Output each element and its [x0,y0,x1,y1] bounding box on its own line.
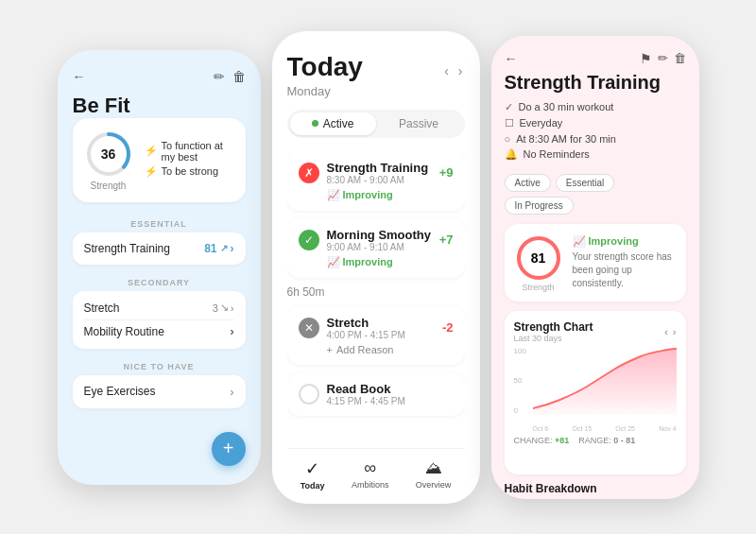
chevron-right-icon: › [231,302,234,314]
next-day-button[interactable]: › [456,61,465,80]
p3-score-circle: 81 [514,233,563,283]
p3-score-label: Strength [514,283,563,292]
secondary-label: SECONDARY [73,278,246,287]
p3-score-text: 📈 Improving Your strength score has been… [573,235,677,290]
p2-header: Today ‹ › [287,52,465,82]
trend-up-icon: ↗ [220,243,228,253]
tag-list: Active Essential In Progress [505,174,686,215]
p3-score-number: 81 [531,250,546,266]
chevron-right-icon: › [231,242,234,255]
checkmark-icon: ✓ [505,101,513,113]
chart-prev-button[interactable]: ‹ [664,326,668,337]
check-incomplete-icon: ✗ [299,163,319,183]
secondary-habit-mobility[interactable]: Mobility Routine › [84,320,234,343]
score-card: 36 Strength ⚡ To function at my best ⚡ T… [73,118,246,202]
score-circle: 36 [84,129,133,179]
p3-header: ← ⚑ ✏ 🗑 [505,51,686,66]
check-empty-icon [299,384,319,405]
active-dot [312,120,318,127]
chart-section: Strength Chart Last 30 days ‹ › 100 50 0 [505,311,686,474]
score-number: 36 [101,146,116,162]
essential-label: ESSENTIAL [73,219,246,229]
chevron-right-icon: › [231,325,234,338]
prev-day-button[interactable]: ‹ [442,61,451,80]
edit-icon[interactable]: ✏ [658,51,668,66]
calendar-icon: ☐ [505,117,514,129]
nav-today[interactable]: ✓ Today [301,458,325,491]
habit-breakdown-title: Habit Breakdown [505,474,686,499]
bolt-icon-1: ⚡ [145,145,158,157]
add-reason-button[interactable]: + Add Reason [327,344,454,355]
delete-icon[interactable]: 🗑 [232,69,246,84]
back-icon[interactable]: ← [505,51,518,66]
trend-down-icon: ↘ [220,301,229,314]
p3-score-section: 81 Strength 📈 Improving Your strength sc… [505,224,686,301]
page-title: Be Fit [73,94,246,118]
tag-active[interactable]: Active [505,174,551,192]
tag-in-progress[interactable]: In Progress [505,197,574,215]
add-button[interactable]: + [212,432,246,466]
score-label: Strength [84,181,133,191]
edit-icon[interactable]: ✏ [214,69,225,84]
clock-icon: ○ [505,133,511,145]
secondary-habit-stretch[interactable]: Stretch 3 ↘ › [84,297,234,320]
p3-title: Strength Training [505,72,686,94]
nice-habit-card[interactable]: Eye Exercises › [73,375,246,408]
checkmark-icon: ✓ [305,458,319,479]
bottom-nav: ✓ Today ∞ Ambitions ⛰ Overview [287,448,465,504]
essential-habit-card[interactable]: Strength Training 81 ↗ › [73,233,246,265]
tag-essential[interactable]: Essential [556,174,615,192]
habit-item-readbook[interactable]: Read Book 4:15 PM - 4:45 PM [287,372,465,416]
habit-item-smoothy[interactable]: ✓ Morning Smoothy 9:00 AM - 9:10 AM +7 📈… [287,218,465,278]
nice-label: NICE TO HAVE [73,362,246,371]
flag-icon[interactable]: ⚑ [640,51,652,66]
phone-strength: ← ⚑ ✏ 🗑 Strength Training ✓ Do a 30 min … [491,36,699,499]
bell-icon: 🔔 [505,148,518,161]
habit-item-strength[interactable]: ✗ Strength Training 8:30 AM - 9:00 AM +9… [287,151,465,211]
mountain-icon: ⛰ [425,458,442,478]
phone-befit: ← ✏ 🗑 Be Fit 36 Strength [58,50,261,485]
tab-active[interactable]: Active [290,112,376,135]
delete-icon[interactable]: 🗑 [674,51,686,66]
tab-passive[interactable]: Passive [376,112,462,135]
bolt-icon-2: ⚡ [145,165,158,178]
today-title: Today [287,52,363,82]
chart-svg [533,347,677,415]
check-complete-icon: ✓ [299,230,319,250]
day-label: Monday [287,84,465,98]
infinity-icon: ∞ [364,458,376,478]
chart-next-button[interactable]: › [673,326,677,337]
check-failed-icon: ✕ [299,318,319,338]
time-divider: 6h 50m [287,285,465,299]
chart-stats: CHANGE: +81 RANGE: 0 - 81 [514,436,677,445]
back-icon[interactable]: ← [73,69,86,84]
secondary-habits-card: Stretch 3 ↘ › Mobility Routine › [73,291,246,349]
tab-bar: Active Passive [287,110,465,138]
nav-ambitions[interactable]: ∞ Ambitions [352,458,389,491]
score-goals: ⚡ To function at my best ⚡ To be strong [145,140,234,181]
trend-icon: 📈 [327,256,340,268]
checklist: ✓ Do a 30 min workout ☐ Everyday ○ At 8:… [505,101,686,164]
trend-icon: 📈 [327,189,340,201]
p1-header: ← ✏ 🗑 [73,69,246,84]
nav-overview[interactable]: ⛰ Overview [416,458,452,491]
phone-today: Today ‹ › Monday Active Passive [272,31,480,504]
habit-list: ✗ Strength Training 8:30 AM - 9:00 AM +9… [287,151,465,448]
chart-area: 100 50 0 [514,347,677,432]
trend-icon: 📈 [573,235,586,248]
habit-item-stretch[interactable]: ✕ Stretch 4:00 PM - 4:15 PM -2 + Add Rea… [287,306,465,365]
chevron-right-icon: › [230,385,233,399]
